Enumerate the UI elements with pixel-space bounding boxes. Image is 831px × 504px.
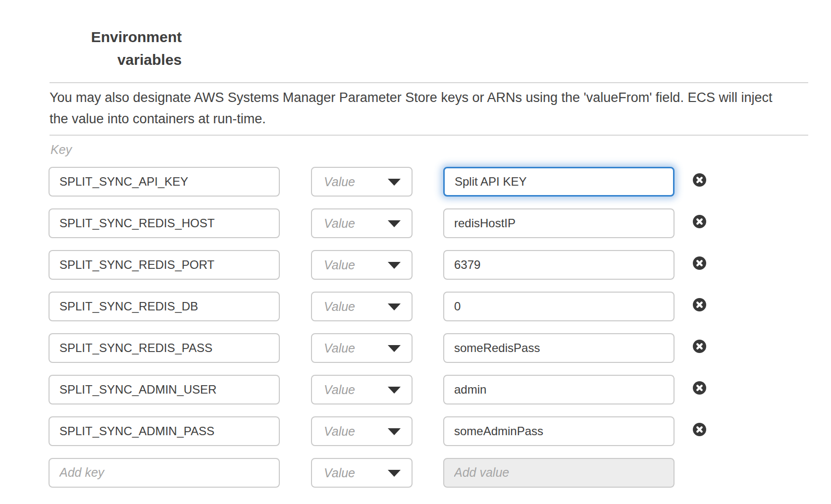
env-var-rows: Value Value Value <box>49 167 706 488</box>
help-text-line-1: You may also designate AWS Systems Manag… <box>50 87 772 108</box>
value-input[interactable] <box>443 167 675 197</box>
x-icon <box>695 217 704 226</box>
value-type-selected-option: Value <box>324 258 355 272</box>
env-var-row: Value <box>49 208 706 238</box>
x-icon <box>695 342 704 351</box>
x-icon <box>695 425 704 434</box>
column-header-key: Key <box>51 143 72 157</box>
value-type-dropdown[interactable]: Value <box>311 458 413 488</box>
value-input[interactable] <box>443 333 675 363</box>
field-label-environment-variables: Environment variables <box>50 26 182 71</box>
env-var-row: Value <box>49 292 706 321</box>
remove-row-button[interactable] <box>693 381 706 395</box>
env-var-row: Value <box>49 416 706 446</box>
value-input[interactable] <box>443 458 675 488</box>
chevron-down-icon <box>388 303 401 310</box>
value-type-dropdown[interactable]: Value <box>311 416 413 446</box>
key-input[interactable] <box>49 416 280 446</box>
value-type-dropdown[interactable]: Value <box>311 250 413 280</box>
value-type-selected-option: Value <box>324 300 355 314</box>
key-input[interactable] <box>49 208 280 238</box>
value-type-selected-option: Value <box>324 341 355 355</box>
value-type-dropdown[interactable]: Value <box>311 208 413 238</box>
chevron-down-icon <box>388 220 401 227</box>
value-input[interactable] <box>443 416 675 446</box>
remove-row-button[interactable] <box>693 215 706 228</box>
env-var-row: Value <box>49 250 706 280</box>
env-var-row: Value <box>49 333 706 363</box>
value-input[interactable] <box>443 208 675 238</box>
x-icon <box>695 384 704 392</box>
remove-row-button[interactable] <box>693 256 706 270</box>
remove-row-button[interactable] <box>693 423 706 436</box>
value-input[interactable] <box>443 250 675 280</box>
help-text-line-2: the value into containers at run-time. <box>50 108 772 130</box>
x-icon <box>695 176 704 184</box>
key-input[interactable] <box>49 375 280 404</box>
x-icon <box>695 301 704 309</box>
chevron-down-icon <box>388 470 401 477</box>
value-type-dropdown[interactable]: Value <box>311 375 413 404</box>
separator-bottom <box>50 135 808 136</box>
value-type-dropdown[interactable]: Value <box>311 167 413 197</box>
env-var-row: Value <box>49 458 706 488</box>
env-var-row: Value <box>49 375 706 404</box>
help-text: You may also designate AWS Systems Manag… <box>50 87 772 130</box>
value-input[interactable] <box>443 292 675 321</box>
env-var-row: Value <box>49 167 706 197</box>
chevron-down-icon <box>388 179 401 186</box>
separator-top <box>50 82 808 83</box>
key-input[interactable] <box>49 333 280 363</box>
x-icon <box>695 259 704 267</box>
key-input[interactable] <box>49 458 280 488</box>
remove-row-button[interactable] <box>693 340 706 353</box>
remove-row-button[interactable] <box>693 173 706 187</box>
value-type-dropdown[interactable]: Value <box>311 333 413 363</box>
value-type-selected-option: Value <box>324 424 355 439</box>
chevron-down-icon <box>388 262 401 269</box>
chevron-down-icon <box>388 345 401 352</box>
value-type-selected-option: Value <box>324 216 355 231</box>
value-type-dropdown[interactable]: Value <box>311 292 413 321</box>
value-type-selected-option: Value <box>324 175 355 189</box>
remove-row-button[interactable] <box>693 298 706 311</box>
value-type-selected-option: Value <box>324 383 355 397</box>
key-input[interactable] <box>49 292 280 321</box>
chevron-down-icon <box>388 387 401 394</box>
value-type-selected-option: Value <box>324 466 355 480</box>
value-input[interactable] <box>443 375 675 404</box>
key-input[interactable] <box>49 250 280 280</box>
chevron-down-icon <box>388 428 401 435</box>
key-input[interactable] <box>49 167 280 197</box>
